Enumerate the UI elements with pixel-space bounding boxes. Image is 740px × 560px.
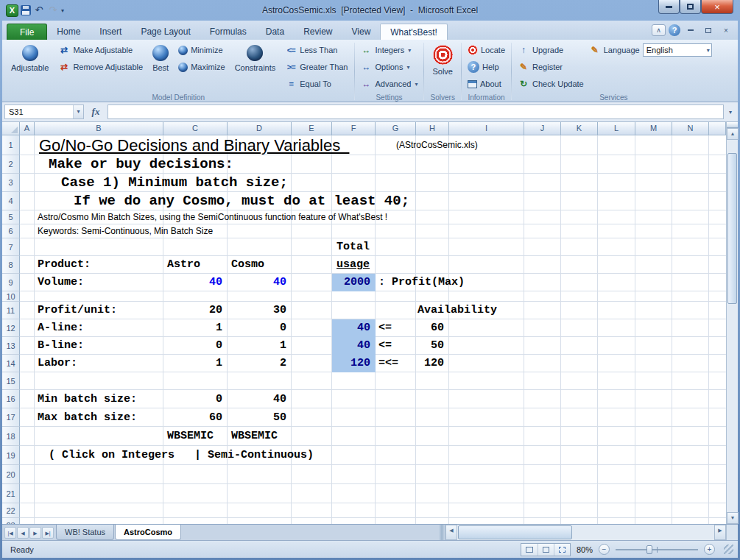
cell-B6[interactable]: Keywords: Semi-Continuous, Min Batch Siz… [38,224,213,238]
column-header-H[interactable]: H [416,122,449,135]
scroll-down-button[interactable]: ▼ [727,512,739,524]
integers-button[interactable]: ↔ Integers ▾ [359,42,420,58]
scroll-left-button[interactable]: ◀ [445,525,457,540]
column-header-F[interactable]: F [332,122,376,135]
tab-split-handle[interactable] [439,525,445,540]
cell-B19[interactable]: ( Click on Integers | Semi-Continuous) [49,446,314,465]
tab-home[interactable]: Home [47,24,90,40]
cell-F12[interactable]: 40 [332,319,376,337]
horizontal-scroll-track[interactable] [457,525,714,540]
vertical-split-handle[interactable] [727,122,738,128]
wb-help-button[interactable]: ? Help [465,59,507,75]
zoom-out-button[interactable]: − [599,544,610,555]
workbook-close-button[interactable]: × [719,25,733,36]
greater-than-button[interactable]: >= Greater Than [283,59,350,75]
column-header-A[interactable]: A [20,122,35,135]
close-button[interactable]: × [701,0,733,14]
vertical-scroll-track[interactable] [727,140,738,512]
cell-H13[interactable]: 50 [416,337,449,355]
cell-D14[interactable]: 2 [228,355,292,372]
cell-B4[interactable]: If we do any Cosmo, must do at least 40; [74,192,409,210]
zoom-level[interactable]: 80% [577,545,593,554]
scroll-right-button[interactable]: ▶ [714,525,726,540]
upgrade-button[interactable]: ↑ Upgrade [515,42,586,58]
cell-B8[interactable]: Product: [38,256,91,274]
cell-G12[interactable]: <= [378,319,392,337]
cell-D18[interactable]: WBSEMIC [231,427,278,446]
qat-customize-arrow-icon[interactable]: ▾ [61,7,64,14]
sheet-tab-astrocosmo[interactable]: AstroCosmo [115,525,181,540]
column-header-C[interactable]: C [163,122,228,135]
row-header-2[interactable]: 2 [2,155,20,174]
cell-B16[interactable]: Min batch size: [38,390,137,408]
page-break-view-button[interactable] [554,544,570,556]
cell-C18[interactable]: WBSEMIC [167,427,214,446]
cell-F8[interactable]: usage [336,256,370,274]
tab-page-layout[interactable]: Page Layout [131,24,200,40]
column-header-M[interactable]: M [635,122,672,135]
formula-input[interactable] [108,104,724,119]
cell-H14[interactable]: 120 [416,355,449,372]
cell-B13[interactable]: B-line: [38,337,84,355]
cell-C16[interactable]: 0 [163,390,228,408]
register-button[interactable]: ✎ Register [515,59,586,75]
row-header-10[interactable]: 10 [2,291,20,302]
row-header-11[interactable]: 11 [2,302,20,319]
row-header-9[interactable]: 9 [2,274,20,291]
name-box-arrow-icon[interactable]: ▾ [73,105,83,118]
column-header-L[interactable]: L [598,122,635,135]
ribbon-collapse-button[interactable]: ∧ [652,24,666,36]
horizontal-scroll-thumb[interactable] [458,525,572,539]
cell-C14[interactable]: 1 [163,355,228,372]
cell-H11[interactable]: Availability [417,302,497,319]
vertical-scrollbar[interactable]: ▲ ▼ [726,122,738,524]
help-icon[interactable]: ? [669,24,680,36]
cell-B9[interactable]: Volume: [38,274,84,291]
row-header-18[interactable]: 18 [2,427,20,446]
page-layout-view-button[interactable] [538,544,554,556]
cell-B17[interactable]: Max batch size: [38,408,137,427]
workbook-restore-button[interactable] [701,25,716,36]
cell-B12[interactable]: A-line: [38,319,84,337]
tab-insert[interactable]: Insert [90,24,131,40]
row-header-16[interactable]: 16 [2,390,20,408]
row-header-12[interactable]: 12 [2,319,20,337]
scroll-up-button[interactable]: ▲ [727,128,739,140]
cell-D13[interactable]: 1 [228,337,292,355]
column-header-K[interactable]: K [561,122,598,135]
undo-icon[interactable]: ↶ [33,4,45,16]
tab-formulas[interactable]: Formulas [200,24,256,40]
cell-C11[interactable]: 20 [163,302,228,319]
sheet-grid[interactable]: Go/No-Go Decisions and Binary Variables … [2,122,726,524]
cell-B11[interactable]: Profit/unit: [38,302,117,319]
row-header-4[interactable]: 4 [2,192,20,210]
remove-adjustable-button[interactable]: ⇄ Remove Adjustable [56,59,145,75]
column-header-I[interactable]: I [449,122,524,135]
cell-H12[interactable]: 60 [416,319,449,337]
cell-D9[interactable]: 40 [228,274,292,291]
row-header-17[interactable]: 17 [2,408,20,427]
row-header-6[interactable]: 6 [2,224,20,238]
row-header-15[interactable]: 15 [2,372,20,390]
cell-G1[interactable]: (AStroCosSemic.xls) [396,135,478,155]
row-header-8[interactable]: 8 [2,256,20,274]
advanced-button[interactable]: ↔ Advanced ▾ [359,76,420,92]
zoom-slider-handle[interactable] [646,545,652,554]
cell-D17[interactable]: 50 [228,408,292,427]
select-all-corner[interactable] [2,122,20,135]
column-header-J[interactable]: J [524,122,561,135]
about-button[interactable]: About [465,76,507,92]
row-header-7[interactable]: 7 [2,238,20,256]
constraints-button[interactable]: Constraints [230,42,281,74]
workbook-minimize-button[interactable] [683,25,698,36]
row-header-13[interactable]: 13 [2,337,20,355]
row-header-19[interactable]: 19 [2,446,20,465]
locate-button[interactable]: Locate [465,42,507,58]
cell-B1[interactable]: Go/No-Go Decisions and Binary Variables [39,135,349,155]
row-header-5[interactable]: 5 [2,210,20,224]
cell-B3[interactable]: Case 1) Minimum batch size; [61,174,288,192]
resize-grip[interactable] [724,545,733,554]
insert-function-button[interactable]: fx [85,106,106,118]
equal-to-button[interactable]: = Equal To [283,76,350,92]
row-header-3[interactable]: 3 [2,174,20,192]
